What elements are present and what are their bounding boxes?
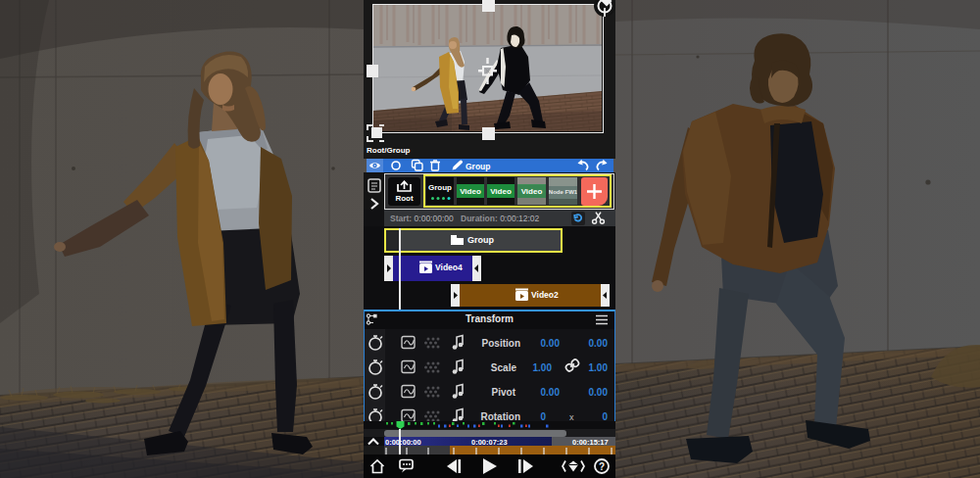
svg-text:0: 0 [540,411,546,422]
svg-text:Pivot: Pivot [492,387,516,398]
svg-text:?: ? [599,461,605,472]
svg-text:Node FW1: Node FW1 [549,189,577,195]
svg-text:Position: Position [482,338,520,349]
svg-text:1.00: 1.00 [589,362,609,373]
svg-text:Rotation: Rotation [480,411,520,422]
svg-text:x: x [569,412,574,422]
svg-text:Scale: Scale [491,362,517,373]
svg-text:1.00: 1.00 [533,362,553,373]
svg-text:0: 0 [602,411,608,422]
svg-text:0.00: 0.00 [541,338,561,349]
svg-text:0.00: 0.00 [589,387,609,398]
svg-text:0.00: 0.00 [589,338,609,349]
svg-text:0.00: 0.00 [541,387,561,398]
